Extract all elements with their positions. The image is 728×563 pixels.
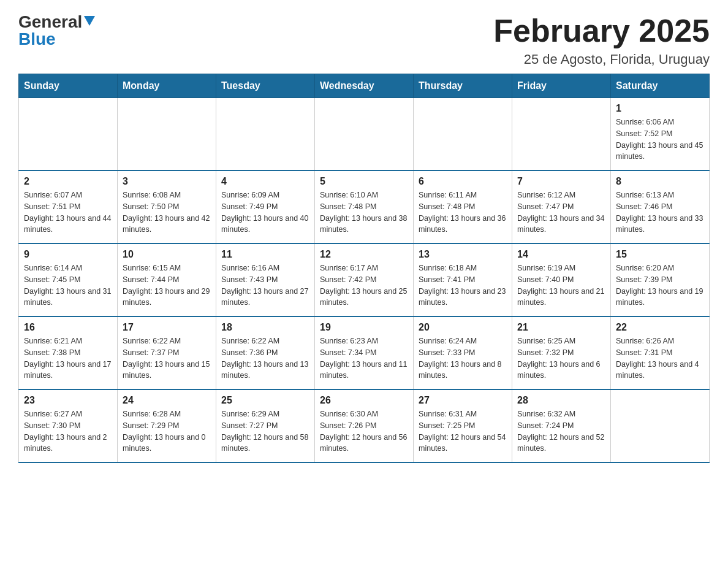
calendar-week-row: 2Sunrise: 6:07 AMSunset: 7:51 PMDaylight…	[19, 170, 710, 243]
calendar-day-cell: 18Sunrise: 6:22 AMSunset: 7:36 PMDayligh…	[216, 316, 315, 389]
day-info: Sunrise: 6:07 AMSunset: 7:51 PMDaylight:…	[24, 190, 112, 236]
day-info: Sunrise: 6:23 AMSunset: 7:34 PMDaylight:…	[320, 335, 408, 381]
day-info: Sunrise: 6:20 AMSunset: 7:39 PMDaylight:…	[616, 262, 704, 308]
calendar-day-cell	[118, 98, 216, 171]
calendar-day-cell: 25Sunrise: 6:29 AMSunset: 7:27 PMDayligh…	[216, 389, 315, 462]
calendar-day-cell: 12Sunrise: 6:17 AMSunset: 7:42 PMDayligh…	[315, 243, 414, 316]
calendar-day-cell: 13Sunrise: 6:18 AMSunset: 7:41 PMDayligh…	[414, 243, 512, 316]
day-number: 14	[517, 249, 605, 260]
calendar-week-row: 23Sunrise: 6:27 AMSunset: 7:30 PMDayligh…	[19, 389, 710, 462]
calendar-day-cell: 27Sunrise: 6:31 AMSunset: 7:25 PMDayligh…	[414, 389, 512, 462]
day-number: 5	[320, 176, 408, 187]
day-number: 11	[221, 249, 309, 260]
day-info: Sunrise: 6:15 AMSunset: 7:44 PMDaylight:…	[123, 262, 211, 308]
calendar-day-cell	[512, 98, 611, 171]
day-number: 3	[123, 176, 211, 187]
calendar-day-cell: 20Sunrise: 6:24 AMSunset: 7:33 PMDayligh…	[414, 316, 512, 389]
day-number: 6	[419, 176, 507, 187]
calendar-day-cell: 28Sunrise: 6:32 AMSunset: 7:24 PMDayligh…	[512, 389, 611, 462]
day-number: 25	[221, 395, 309, 406]
day-info: Sunrise: 6:06 AMSunset: 7:52 PMDaylight:…	[616, 117, 704, 163]
day-info: Sunrise: 6:21 AMSunset: 7:38 PMDaylight:…	[24, 335, 112, 381]
month-title: February 2025	[493, 12, 710, 49]
logo: General Blue	[18, 12, 95, 49]
day-info: Sunrise: 6:26 AMSunset: 7:31 PMDaylight:…	[616, 335, 704, 381]
day-number: 17	[123, 322, 211, 333]
day-number: 19	[320, 322, 408, 333]
calendar-day-cell: 4Sunrise: 6:09 AMSunset: 7:49 PMDaylight…	[216, 170, 315, 243]
calendar-day-cell: 14Sunrise: 6:19 AMSunset: 7:40 PMDayligh…	[512, 243, 611, 316]
day-number: 22	[616, 322, 704, 333]
page-header: General Blue February 2025 25 de Agosto,…	[18, 12, 710, 67]
calendar-day-cell: 19Sunrise: 6:23 AMSunset: 7:34 PMDayligh…	[315, 316, 414, 389]
day-number: 23	[24, 395, 112, 406]
day-info: Sunrise: 6:08 AMSunset: 7:50 PMDaylight:…	[123, 190, 211, 236]
day-info: Sunrise: 6:14 AMSunset: 7:45 PMDaylight:…	[24, 262, 112, 308]
col-wednesday: Wednesday	[315, 74, 414, 98]
calendar-week-row: 16Sunrise: 6:21 AMSunset: 7:38 PMDayligh…	[19, 316, 710, 389]
day-number: 24	[123, 395, 211, 406]
calendar-day-cell: 5Sunrise: 6:10 AMSunset: 7:48 PMDaylight…	[315, 170, 414, 243]
day-number: 18	[221, 322, 309, 333]
calendar-day-cell: 21Sunrise: 6:25 AMSunset: 7:32 PMDayligh…	[512, 316, 611, 389]
day-info: Sunrise: 6:25 AMSunset: 7:32 PMDaylight:…	[517, 335, 605, 381]
calendar-day-cell	[611, 389, 710, 462]
day-info: Sunrise: 6:32 AMSunset: 7:24 PMDaylight:…	[517, 408, 605, 454]
day-info: Sunrise: 6:12 AMSunset: 7:47 PMDaylight:…	[517, 190, 605, 236]
calendar-day-cell: 7Sunrise: 6:12 AMSunset: 7:47 PMDaylight…	[512, 170, 611, 243]
day-number: 2	[24, 176, 112, 187]
calendar-body: 1Sunrise: 6:06 AMSunset: 7:52 PMDaylight…	[19, 98, 710, 463]
calendar-day-cell: 26Sunrise: 6:30 AMSunset: 7:26 PMDayligh…	[315, 389, 414, 462]
location-subtitle: 25 de Agosto, Florida, Uruguay	[493, 52, 710, 67]
day-info: Sunrise: 6:17 AMSunset: 7:42 PMDaylight:…	[320, 262, 408, 308]
day-info: Sunrise: 6:27 AMSunset: 7:30 PMDaylight:…	[24, 408, 112, 454]
day-info: Sunrise: 6:11 AMSunset: 7:48 PMDaylight:…	[419, 190, 507, 236]
col-sunday: Sunday	[19, 74, 118, 98]
day-info: Sunrise: 6:30 AMSunset: 7:26 PMDaylight:…	[320, 408, 408, 454]
day-info: Sunrise: 6:31 AMSunset: 7:25 PMDaylight:…	[419, 408, 507, 454]
day-info: Sunrise: 6:10 AMSunset: 7:48 PMDaylight:…	[320, 190, 408, 236]
days-of-week-row: Sunday Monday Tuesday Wednesday Thursday…	[19, 74, 710, 98]
col-friday: Friday	[512, 74, 611, 98]
calendar-header: Sunday Monday Tuesday Wednesday Thursday…	[19, 74, 710, 98]
title-area: February 2025 25 de Agosto, Florida, Uru…	[493, 12, 710, 67]
day-number: 26	[320, 395, 408, 406]
day-number: 9	[24, 249, 112, 260]
day-info: Sunrise: 6:22 AMSunset: 7:36 PMDaylight:…	[221, 335, 309, 381]
calendar-day-cell	[216, 98, 315, 171]
day-number: 1	[616, 103, 704, 114]
day-info: Sunrise: 6:28 AMSunset: 7:29 PMDaylight:…	[123, 408, 211, 454]
day-number: 16	[24, 322, 112, 333]
day-info: Sunrise: 6:18 AMSunset: 7:41 PMDaylight:…	[419, 262, 507, 308]
day-info: Sunrise: 6:09 AMSunset: 7:49 PMDaylight:…	[221, 190, 309, 236]
day-number: 8	[616, 176, 704, 187]
day-number: 13	[419, 249, 507, 260]
calendar-day-cell: 11Sunrise: 6:16 AMSunset: 7:43 PMDayligh…	[216, 243, 315, 316]
calendar-day-cell: 2Sunrise: 6:07 AMSunset: 7:51 PMDaylight…	[19, 170, 118, 243]
day-number: 20	[419, 322, 507, 333]
calendar-day-cell	[19, 98, 118, 171]
day-info: Sunrise: 6:29 AMSunset: 7:27 PMDaylight:…	[221, 408, 309, 454]
logo-arrow-icon	[84, 16, 95, 29]
col-monday: Monday	[118, 74, 216, 98]
logo-text-blue: Blue	[18, 29, 56, 49]
calendar-day-cell	[315, 98, 414, 171]
day-number: 12	[320, 249, 408, 260]
day-number: 21	[517, 322, 605, 333]
day-info: Sunrise: 6:24 AMSunset: 7:33 PMDaylight:…	[419, 335, 507, 381]
svg-marker-0	[84, 16, 95, 26]
col-thursday: Thursday	[414, 74, 512, 98]
calendar-day-cell: 6Sunrise: 6:11 AMSunset: 7:48 PMDaylight…	[414, 170, 512, 243]
day-number: 15	[616, 249, 704, 260]
calendar-day-cell: 16Sunrise: 6:21 AMSunset: 7:38 PMDayligh…	[19, 316, 118, 389]
calendar-day-cell: 15Sunrise: 6:20 AMSunset: 7:39 PMDayligh…	[611, 243, 710, 316]
calendar-day-cell: 10Sunrise: 6:15 AMSunset: 7:44 PMDayligh…	[118, 243, 216, 316]
calendar-week-row: 9Sunrise: 6:14 AMSunset: 7:45 PMDaylight…	[19, 243, 710, 316]
day-info: Sunrise: 6:19 AMSunset: 7:40 PMDaylight:…	[517, 262, 605, 308]
calendar-day-cell: 22Sunrise: 6:26 AMSunset: 7:31 PMDayligh…	[611, 316, 710, 389]
calendar-day-cell: 3Sunrise: 6:08 AMSunset: 7:50 PMDaylight…	[118, 170, 216, 243]
day-info: Sunrise: 6:22 AMSunset: 7:37 PMDaylight:…	[123, 335, 211, 381]
col-tuesday: Tuesday	[216, 74, 315, 98]
day-number: 27	[419, 395, 507, 406]
day-number: 4	[221, 176, 309, 187]
